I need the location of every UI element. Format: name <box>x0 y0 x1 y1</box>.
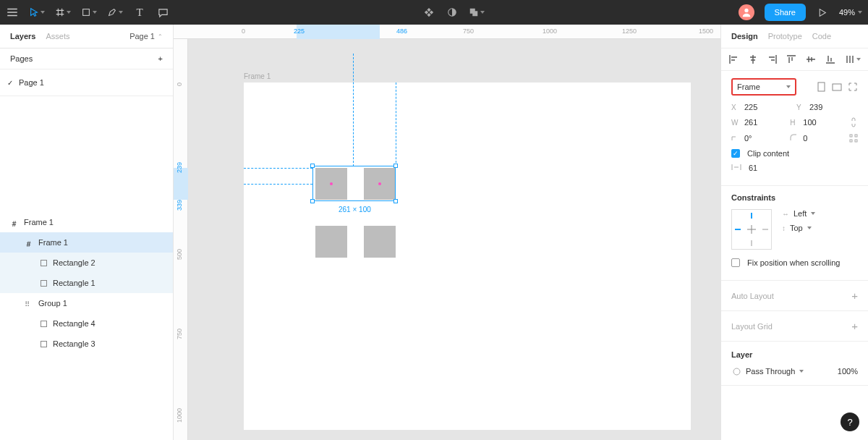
artboard[interactable] <box>244 82 691 430</box>
layer-group[interactable]: Group 1 <box>0 293 173 313</box>
chevron-down-icon <box>858 11 862 14</box>
layer-frame[interactable]: Frame 1 <box>0 212 173 232</box>
width-input[interactable]: W261 <box>731 118 783 127</box>
distribute-icon[interactable] <box>845 54 855 64</box>
layer-frame[interactable]: Frame 1 <box>0 232 173 253</box>
constrain-proportions-icon[interactable] <box>849 117 858 127</box>
constraints-heading: Constraints <box>731 193 858 202</box>
svg-rect-0 <box>83 9 90 16</box>
opacity-input[interactable]: 100% <box>838 367 858 376</box>
pen-tool[interactable] <box>107 7 123 17</box>
ruler-horizontal: 0 225 486 750 1000 1250 1500 <box>174 25 720 39</box>
svg-rect-3 <box>473 11 478 16</box>
tab-design[interactable]: Design <box>731 32 758 41</box>
share-button[interactable]: Share <box>765 4 806 21</box>
svg-point-11 <box>733 368 740 375</box>
chevron-down-icon <box>799 370 804 373</box>
rectangle-icon <box>41 321 47 327</box>
rotation-input[interactable]: 0° <box>731 134 783 143</box>
independent-corners-icon[interactable] <box>849 133 858 143</box>
help-button[interactable]: ? <box>841 412 859 431</box>
group-icon <box>25 300 33 308</box>
svg-rect-10 <box>855 140 857 142</box>
tab-prototype[interactable]: Prototype <box>768 32 802 41</box>
pages-heading: Pages <box>10 54 33 63</box>
page-item[interactable]: Page 1 <box>0 74 173 91</box>
align-top-icon[interactable] <box>786 54 796 64</box>
layer-rectangle[interactable]: Rectangle 2 <box>0 253 173 273</box>
svg-rect-8 <box>855 135 857 137</box>
chevron-down-icon <box>41 11 45 14</box>
tab-layers[interactable]: Layers <box>10 32 35 41</box>
comment-tool[interactable] <box>156 6 169 19</box>
rectangle-icon <box>41 341 47 347</box>
y-input[interactable]: Y239 <box>796 103 854 111</box>
tab-code[interactable]: Code <box>812 32 831 41</box>
svg-rect-7 <box>850 135 852 137</box>
align-bottom-icon[interactable] <box>825 54 835 64</box>
chevron-down-icon <box>856 58 861 61</box>
zoom-control[interactable]: 49% <box>839 8 862 17</box>
move-tool[interactable] <box>29 7 45 17</box>
portrait-icon[interactable] <box>816 82 826 92</box>
avatar[interactable] <box>739 4 754 20</box>
shape-tool[interactable] <box>81 7 97 17</box>
selection-dimensions: 261 × 100 <box>339 206 371 213</box>
text-tool[interactable]: T <box>133 6 146 19</box>
frame-tool[interactable] <box>55 7 71 17</box>
svg-point-4 <box>744 9 748 12</box>
boolean-tool[interactable] <box>469 7 485 17</box>
chevron-down-icon <box>67 11 71 14</box>
components-icon[interactable] <box>422 6 435 19</box>
rectangle-icon <box>41 280 47 287</box>
constraint-vertical[interactable]: ↕Top <box>782 224 815 232</box>
right-panel: Design Prototype Code Frame X2 <box>720 25 868 440</box>
align-right-icon[interactable] <box>767 54 778 64</box>
selection-box[interactable] <box>312 166 396 201</box>
frame-label[interactable]: Frame 1 <box>244 72 271 80</box>
align-vcenter-icon[interactable] <box>806 54 816 64</box>
layer-rectangle[interactable]: Rectangle 4 <box>0 313 173 334</box>
frame-icon <box>25 239 33 247</box>
constraint-horizontal[interactable]: ↔Left <box>782 209 815 218</box>
clip-content-toggle[interactable]: ✓ Clip content <box>731 149 858 158</box>
blend-mode-selector[interactable]: Pass Through <box>731 366 804 376</box>
alignment-controls[interactable] <box>721 48 868 71</box>
chevron-down-icon <box>786 85 791 88</box>
fix-position-toggle[interactable]: Fix position when scrolling <box>731 258 858 267</box>
plus-icon[interactable]: + <box>851 289 858 302</box>
add-page-button[interactable]: + <box>158 54 163 63</box>
svg-rect-5 <box>818 82 825 91</box>
gap-input[interactable]: 61 <box>731 164 858 172</box>
frame-type-selector[interactable]: Frame <box>731 78 796 96</box>
top-toolbar: T Share 49% <box>0 0 868 25</box>
radius-input[interactable]: 0 <box>790 134 841 143</box>
tab-assets[interactable]: Assets <box>46 32 69 41</box>
chevron-down-icon <box>93 11 97 14</box>
frame-icon <box>10 219 18 227</box>
present-icon[interactable] <box>816 6 829 19</box>
constraints-widget[interactable] <box>731 209 772 250</box>
mask-icon[interactable] <box>446 6 459 19</box>
chevron-down-icon <box>807 227 812 229</box>
menu-icon[interactable] <box>6 6 19 19</box>
resize-to-fit-icon[interactable] <box>848 82 858 92</box>
page-selector[interactable]: Page 1⌃ <box>129 32 163 41</box>
layer-tree: Frame 1 Frame 1 Rectangle 2 Rectangle 1 … <box>0 212 173 354</box>
auto-layout-section[interactable]: Auto Layout + <box>721 281 868 311</box>
height-input[interactable]: H100 <box>790 118 841 127</box>
layer-rectangle[interactable]: Rectangle 1 <box>0 273 173 293</box>
align-hcenter-icon[interactable] <box>748 54 758 64</box>
svg-rect-9 <box>850 140 852 142</box>
blend-icon <box>731 366 741 376</box>
checkbox-checked-icon: ✓ <box>731 149 740 158</box>
align-left-icon[interactable] <box>728 54 739 64</box>
layer-rectangle[interactable]: Rectangle 3 <box>0 334 173 354</box>
chevron-down-icon <box>480 11 485 14</box>
layout-grid-section[interactable]: Layout Grid + <box>721 311 868 342</box>
plus-icon[interactable]: + <box>851 320 858 332</box>
canvas[interactable]: 0 225 486 750 1000 1250 1500 0 239 339 5… <box>174 25 720 440</box>
x-input[interactable]: X225 <box>731 103 789 111</box>
landscape-icon[interactable] <box>832 82 842 92</box>
rectangle-icon <box>41 260 47 266</box>
